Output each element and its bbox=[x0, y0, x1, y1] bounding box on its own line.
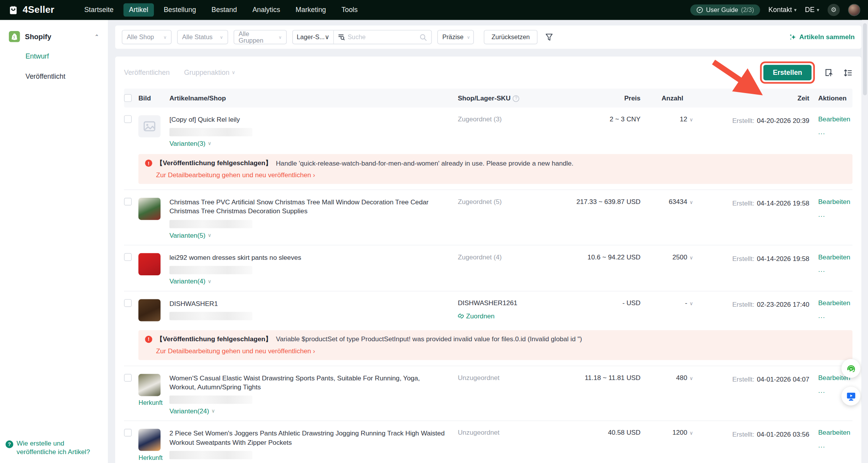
settings-gear-icon[interactable]: ⚙ bbox=[828, 4, 840, 16]
redacted-shop-name bbox=[169, 128, 252, 136]
more-actions-button[interactable]: ... bbox=[818, 266, 852, 273]
col-header-aktionen: Aktionen bbox=[818, 94, 852, 102]
video-tutorial-button[interactable] bbox=[841, 387, 860, 406]
table-header: Bild Artikelname/Shop Shop/Lager-SKU? Pr… bbox=[124, 89, 852, 108]
reset-button[interactable]: Zurücksetzen bbox=[484, 30, 538, 44]
product-image[interactable] bbox=[138, 253, 160, 275]
chevron-down-icon: ∨ bbox=[689, 430, 693, 436]
nav-item-marketing[interactable]: Marketing bbox=[290, 3, 332, 17]
herkunft-link[interactable]: Herkunft bbox=[138, 399, 163, 407]
language-menu[interactable]: DE▾ bbox=[805, 6, 819, 14]
variants-toggle[interactable]: Varianten(4)∨ bbox=[169, 277, 448, 285]
publish-button-disabled[interactable]: Veröffentlichen bbox=[124, 69, 170, 76]
product-image[interactable] bbox=[138, 115, 160, 137]
collect-items-button[interactable]: Artikeln sammeln bbox=[789, 33, 855, 41]
scrollbar-thumb[interactable] bbox=[863, 23, 867, 95]
product-table-card: Veröffentlichen Gruppenaktion∨ Erstellen bbox=[115, 57, 861, 463]
col-header-name: Artikelname/Shop bbox=[169, 94, 458, 102]
col-header-sku: Shop/Lager-SKU? bbox=[458, 94, 566, 102]
price-cell: - USD bbox=[566, 299, 641, 323]
group-filter-select[interactable]: Alle Gruppen∨ bbox=[234, 30, 287, 44]
nav-item-bestellung[interactable]: Bestellung bbox=[158, 3, 202, 17]
search-input[interactable] bbox=[348, 34, 417, 40]
user-avatar[interactable] bbox=[848, 4, 860, 16]
advanced-filter-icon[interactable] bbox=[545, 33, 553, 41]
table-row-group: lei292 women dresses skirt pants no slee… bbox=[124, 245, 852, 291]
sidebar-help-link[interactable]: ? Wie erstelle und veröffentliche ich Ar… bbox=[5, 439, 103, 456]
export-list-icon[interactable] bbox=[824, 68, 834, 77]
quantity-cell[interactable]: -∨ bbox=[641, 299, 693, 323]
product-image[interactable] bbox=[138, 198, 160, 220]
quantity-cell[interactable]: 2500∨ bbox=[641, 253, 693, 285]
table-row-group: [Copy of] Quick Rel leily Varianten(3)∨ … bbox=[124, 107, 852, 184]
row-checkbox[interactable] bbox=[124, 253, 132, 261]
row-checkbox[interactable] bbox=[124, 374, 132, 382]
help-circle-icon[interactable]: ? bbox=[513, 95, 519, 102]
product-image[interactable] bbox=[138, 429, 160, 451]
bearbeiten-link[interactable]: Bearbeiten bbox=[818, 198, 852, 206]
sidebar-item-entwurf[interactable]: Entwurf bbox=[0, 47, 108, 66]
variants-toggle[interactable]: Varianten(24)∨ bbox=[169, 407, 448, 415]
quantity-cell[interactable]: 63434∨ bbox=[641, 198, 693, 239]
filter-search-icon bbox=[338, 34, 345, 40]
publish-error-banner: ! 【Veröffentlichung fehlgeschlagen】 Vari… bbox=[138, 330, 852, 360]
bearbeiten-link[interactable]: Bearbeiten bbox=[818, 429, 852, 437]
row-checkbox[interactable] bbox=[124, 198, 132, 206]
bearbeiten-link[interactable]: Bearbeiten bbox=[818, 253, 852, 261]
kontakt-menu[interactable]: Kontakt▾ bbox=[768, 6, 797, 14]
chevron-down-icon: ∨ bbox=[689, 255, 693, 260]
shop-filter-select[interactable]: Alle Shop∨ bbox=[122, 30, 172, 44]
product-title: 2 Piece Set Women's Joggers Pants Athlet… bbox=[169, 429, 448, 447]
status-filter-select[interactable]: Alle Status∨ bbox=[177, 30, 228, 44]
sidebar-item-veröffentlicht[interactable]: Veröffentlicht bbox=[0, 66, 108, 86]
error-detail-link[interactable]: Zur Detailbearbeitung gehen und neu verö… bbox=[156, 347, 846, 355]
support-chat-button[interactable] bbox=[841, 359, 860, 378]
zuordnen-link[interactable]: Zuordnen bbox=[458, 312, 566, 320]
bearbeiten-link[interactable]: Bearbeiten bbox=[818, 115, 852, 123]
row-checkbox[interactable] bbox=[124, 429, 132, 437]
quantity-cell[interactable]: 12∨ bbox=[641, 115, 693, 147]
variants-toggle[interactable]: Varianten(3)∨ bbox=[169, 140, 448, 147]
magnifier-icon[interactable] bbox=[420, 33, 427, 41]
nav-item-bestand[interactable]: Bestand bbox=[206, 3, 243, 17]
sku-status: Zugeordnet (4) bbox=[458, 253, 566, 261]
nav-item-analytics[interactable]: Analytics bbox=[247, 3, 286, 17]
chevron-down-icon: ∨ bbox=[689, 301, 693, 306]
chevron-up-icon[interactable]: ⌃ bbox=[95, 33, 99, 40]
product-title: Women'S Casual Elastic Waist Drawstring … bbox=[169, 374, 448, 392]
sidebar-shopify-group[interactable]: Shopify ⌃ bbox=[0, 31, 108, 42]
more-actions-button[interactable]: ... bbox=[818, 312, 852, 320]
precise-select[interactable]: Präzise∨ bbox=[437, 30, 474, 44]
chevron-down-icon: ∨ bbox=[325, 33, 329, 41]
price-cell: 2 ~ 3 CNY bbox=[566, 115, 641, 147]
topbar: 4Seller StartseiteArtikelBestellungBesta… bbox=[0, 0, 868, 20]
user-guide-button[interactable]: User Guide (2/3) bbox=[691, 4, 760, 16]
col-header-anzahl: Anzahl bbox=[641, 94, 693, 102]
app-logo[interactable]: 4Seller bbox=[8, 4, 54, 16]
nav-item-tools[interactable]: Tools bbox=[336, 3, 363, 17]
search-group: Lager-S...∨ bbox=[292, 30, 432, 44]
select-all-checkbox[interactable] bbox=[124, 94, 132, 102]
create-button[interactable]: Erstellen bbox=[763, 65, 811, 80]
page-scrollbar[interactable] bbox=[862, 20, 868, 463]
variants-toggle[interactable]: Varianten(5)∨ bbox=[169, 232, 448, 239]
col-header-zeit: Zeit bbox=[693, 94, 809, 102]
more-actions-button[interactable]: ... bbox=[818, 128, 852, 136]
product-image[interactable] bbox=[138, 374, 160, 396]
more-actions-button[interactable]: ... bbox=[818, 211, 852, 218]
error-detail-link[interactable]: Zur Detailbearbeitung gehen und neu verö… bbox=[156, 171, 846, 179]
row-checkbox[interactable] bbox=[124, 299, 132, 307]
herkunft-link[interactable]: Herkunft bbox=[138, 454, 163, 462]
nav-item-startseite[interactable]: Startseite bbox=[79, 3, 119, 17]
quantity-cell[interactable]: 1200∨ bbox=[641, 429, 693, 463]
nav-item-artikel[interactable]: Artikel bbox=[124, 3, 154, 17]
bearbeiten-link[interactable]: Bearbeiten bbox=[818, 299, 852, 307]
sort-settings-icon[interactable] bbox=[843, 68, 852, 77]
quantity-cell[interactable]: 480∨ bbox=[641, 374, 693, 415]
product-image[interactable] bbox=[138, 299, 160, 321]
search-type-select[interactable]: Lager-S...∨ bbox=[293, 31, 334, 44]
publish-error-banner: ! 【Veröffentlichung fehlgeschlagen】 Hand… bbox=[138, 154, 852, 184]
group-action-dropdown-disabled[interactable]: Gruppenaktion∨ bbox=[184, 69, 235, 76]
more-actions-button[interactable]: ... bbox=[818, 442, 852, 449]
row-checkbox[interactable] bbox=[124, 115, 132, 123]
